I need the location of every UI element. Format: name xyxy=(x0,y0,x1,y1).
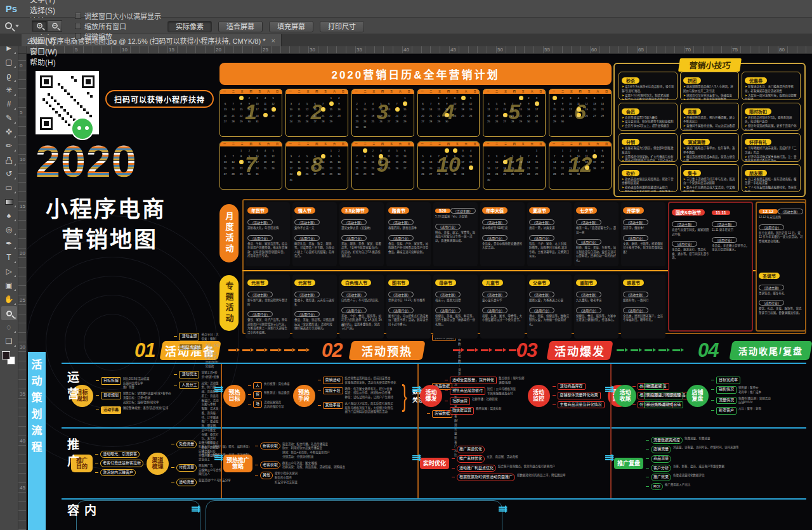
ruler-number: 5 xyxy=(75,47,77,53)
theme-text: 唯美一年，「浪漫甜蜜七夕」，遇见一夏 xyxy=(576,226,617,235)
option-button[interactable]: 填充屏幕 xyxy=(269,21,313,32)
option-button[interactable]: 适合屏幕 xyxy=(218,21,263,32)
clone-stamp-tool[interactable]: 凸 xyxy=(1,153,17,167)
calendar-day: 4 xyxy=(386,149,391,152)
history-brush-tool[interactable]: ↺ xyxy=(1,167,17,181)
calendar-day: 2 xyxy=(452,149,457,152)
branch-label: 新客获取 xyxy=(260,443,280,450)
option-checkbox[interactable]: 调整窗口大小以满屏显示 xyxy=(75,11,161,21)
theme-text: 春暖四月，踏青出游季 xyxy=(388,226,429,231)
screen-mode-icon[interactable]: ❏ xyxy=(1,334,17,348)
weekday-label: 日 xyxy=(473,142,476,146)
calendar-day: 5 xyxy=(304,155,310,158)
quick-mask-icon[interactable]: ◌ xyxy=(1,320,17,334)
branch-label: 根据数据及时调整活动页面推广 xyxy=(457,474,515,481)
zoom-in-button[interactable]: + xyxy=(32,20,47,32)
checkbox-icon[interactable] xyxy=(75,13,81,19)
option-checkbox[interactable]: 缩放所有窗口 xyxy=(75,21,161,31)
branch-line: 确定整体规划：备货/选品/优化/安排 xyxy=(123,406,168,411)
horizontal-ruler[interactable]: 5101520253035404550556065707580 xyxy=(27,46,812,54)
branch-label: 活动曝光，引流获客 xyxy=(100,451,140,458)
zoom-out-button[interactable]: − xyxy=(47,20,62,32)
marquee-tool[interactable]: ▢ xyxy=(1,55,17,69)
calendar-day: 24 xyxy=(362,120,367,123)
foreground-color-swatch[interactable] xyxy=(2,351,10,359)
menu-item[interactable]: 视图(V) xyxy=(23,35,64,46)
option-button[interactable]: 打印尺寸 xyxy=(320,21,364,32)
shape-tool[interactable]: ▣ xyxy=(1,278,17,292)
brush-tool[interactable]: ✏ xyxy=(1,139,17,153)
qr-module xyxy=(58,83,60,86)
activity-card: 踏青节（活动主题）春暖四月，踏青出游季（适用行业）食品、饮料、户外、家居等，加购… xyxy=(386,202,431,266)
calendar-day: 3 xyxy=(461,149,466,152)
activity-name: 元旦节 xyxy=(247,280,268,286)
path-selection-tool[interactable]: ▷ xyxy=(1,264,17,278)
calendar-day: 17 xyxy=(576,160,581,164)
zoom-tool-indicator[interactable] xyxy=(5,22,27,29)
gradient-tool[interactable] xyxy=(1,195,17,209)
column-divider xyxy=(221,364,222,498)
branch-line: 专属客服跟进及支付 xyxy=(487,392,516,396)
weekday-label: 二 xyxy=(363,142,366,146)
branch-label: 目标完成率 xyxy=(716,377,740,384)
close-icon[interactable]: × xyxy=(271,37,275,44)
calendar-day: 7 xyxy=(231,155,236,158)
calendar-day: 13 xyxy=(428,160,433,164)
calendar-day: 22 xyxy=(239,167,244,170)
magic-wand-tool[interactable]: ✳ xyxy=(1,83,17,97)
lasso-tool[interactable]: ϱ xyxy=(1,69,17,83)
healing-brush-tool[interactable]: ✜ xyxy=(1,125,17,139)
checkbox-label: 细微缩放 xyxy=(84,31,112,41)
checkbox-icon[interactable] xyxy=(75,33,81,39)
eyedropper-tool[interactable]: ✎ xyxy=(1,111,17,125)
weekday-label: 日 xyxy=(276,89,278,94)
phase-number: 03 xyxy=(516,339,537,362)
calendar-day: 9 xyxy=(452,155,457,158)
industry-label: （适用行业） xyxy=(759,224,784,230)
calendar-day: 16 xyxy=(355,114,360,117)
canvas[interactable]: 扫码可以获得小程序扶持 2020 小程序电商 营销地图 2020营销日历&全年营… xyxy=(27,54,812,530)
menu-item[interactable]: 选择(S) xyxy=(23,4,64,15)
calendar-day: 28 xyxy=(510,120,515,123)
calendar-day: 29 xyxy=(329,172,334,176)
branch-label: 推广效果 xyxy=(651,474,671,481)
option-button[interactable]: 实际像素 xyxy=(167,21,212,32)
industry-label: （适用行业） xyxy=(294,235,320,241)
color-swatches[interactable] xyxy=(2,351,16,365)
dodge-tool[interactable]: ◎ xyxy=(1,223,17,236)
blur-tool[interactable]: ♠ xyxy=(1,209,17,223)
pen-tool[interactable]: ✒ xyxy=(1,236,17,250)
menu-item[interactable]: 窗口(W) xyxy=(23,46,64,56)
tip-card-label: 秒杀 xyxy=(622,77,639,84)
theme-label: （活动主题） xyxy=(450,208,476,214)
flow-branch: 活动全面放量，提升转化整点秒杀｜限时包邮满赠/返现 xyxy=(445,377,525,385)
weekday-label: 五 xyxy=(390,89,393,94)
theme-text: 清凉一夏，冰爽来袭 xyxy=(529,226,570,231)
calendar-day: 7 xyxy=(526,155,531,158)
calendar-day: 22 xyxy=(329,167,334,170)
activity-name: 12.12 xyxy=(759,209,778,214)
vertical-ruler[interactable]: 051015202530354045 xyxy=(18,54,27,530)
calendar-day: 14 xyxy=(510,108,515,111)
flow-branch: 销售情况销售额｜客单价毛利率｜推广成本 xyxy=(711,386,771,395)
zoom-tool[interactable] xyxy=(1,306,17,320)
checkbox-icon[interactable] xyxy=(75,23,81,29)
flow-branch: 售后跟进、问题处理 xyxy=(639,392,683,399)
dodge-icon: ◎ xyxy=(6,225,12,234)
ruler-number: 40 xyxy=(403,47,409,53)
ruler-number: 10 xyxy=(20,157,25,162)
calendar-day: 17 xyxy=(461,160,466,164)
industry-label: （适用行业） xyxy=(529,307,554,313)
crop-tool[interactable]: # xyxy=(1,97,17,111)
type-tool[interactable]: T xyxy=(1,250,17,264)
weekday-label: 六 xyxy=(267,89,270,94)
menu-item[interactable]: 帮助(H) xyxy=(23,56,64,67)
bullet-icon: ➤ xyxy=(683,85,686,88)
eraser-tool[interactable]: ▭ xyxy=(1,181,17,195)
hand-tool[interactable]: ✋ xyxy=(1,292,17,306)
flow-branch: 主推商品流量及转化情况 xyxy=(553,401,605,409)
calendar-day: 10 xyxy=(494,160,499,164)
option-checkbox[interactable]: 细微缩放 xyxy=(75,31,161,41)
calendar-day: 21 xyxy=(355,167,360,170)
weekday-label: 四 xyxy=(381,142,384,146)
